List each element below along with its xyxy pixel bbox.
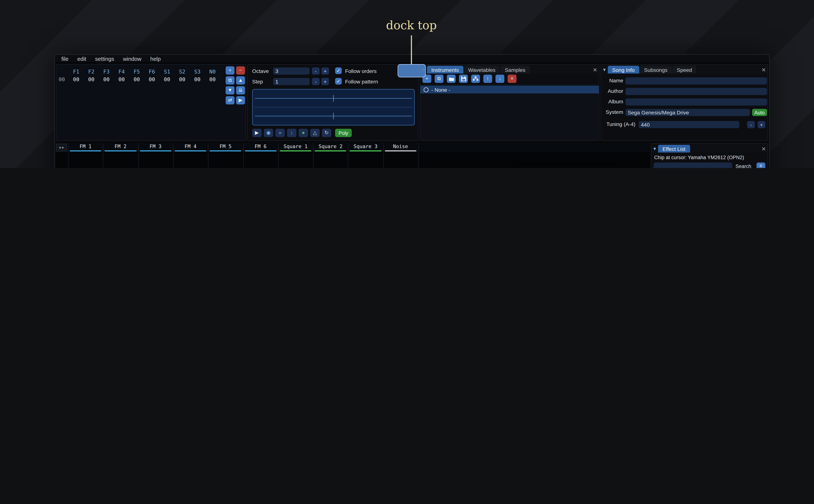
play-pattern-button[interactable]: ◉ <box>264 129 273 137</box>
close-icon[interactable]: ✕ <box>760 66 768 74</box>
channel-divider <box>68 143 69 168</box>
move-instrument-down-button[interactable]: ↓ <box>496 75 504 83</box>
tab-list-arrow-icon[interactable]: ▼ <box>651 145 658 153</box>
order-cell[interactable]: 00 <box>118 76 134 82</box>
menu-file[interactable]: file <box>61 56 68 62</box>
delete-instrument-button[interactable]: × <box>508 75 517 83</box>
tab-song-info[interactable]: Song Info <box>608 66 639 74</box>
order-edit-mode-button[interactable]: ▶ <box>236 96 245 104</box>
order-cell[interactable]: 00 <box>209 76 224 82</box>
system-input[interactable]: Sega Genesis/Mega Drive <box>626 109 750 116</box>
channel-divider <box>103 143 104 168</box>
menu-settings[interactable]: settings <box>95 56 114 62</box>
play-once-button[interactable]: » <box>275 129 285 137</box>
order-cell[interactable]: 00 <box>194 76 209 82</box>
open-instrument-button[interactable] <box>447 75 456 83</box>
channel-divider <box>418 143 419 168</box>
hamburger-menu-icon[interactable]: ≡ <box>757 162 765 168</box>
orders-col-F4[interactable]: F4 <box>118 69 134 75</box>
name-input[interactable] <box>626 77 767 85</box>
search-label: Search <box>736 162 751 168</box>
system-auto-button[interactable]: Auto <box>752 109 767 116</box>
channel-divider <box>243 143 244 168</box>
order-cell[interactable]: 00 <box>73 76 88 82</box>
menu-help[interactable]: help <box>150 56 161 62</box>
order-change-mode-button[interactable]: ⇄ <box>226 96 234 104</box>
order-cell[interactable]: 00 <box>149 76 164 82</box>
move-order-up-button[interactable]: ▲ <box>236 76 245 85</box>
tuning-decrease-button[interactable]: - <box>747 121 755 128</box>
author-input[interactable] <box>626 88 767 95</box>
follow-pattern-checkbox[interactable]: ✓ <box>335 78 342 85</box>
duplicate-order-end-button[interactable]: ⇊ <box>236 86 245 95</box>
move-instrument-up-button[interactable]: ↑ <box>483 75 492 83</box>
order-cell[interactable]: 00 <box>134 76 149 82</box>
step-increase-button[interactable]: + <box>321 78 329 85</box>
instrument-item-label: - None - <box>431 87 450 93</box>
step-row-button[interactable]: ↓ <box>287 129 296 137</box>
close-icon[interactable]: ✕ <box>591 66 599 74</box>
order-cell[interactable]: 00 <box>179 76 194 82</box>
close-icon[interactable]: ✕ <box>760 145 768 153</box>
orders-col-S3[interactable]: S3 <box>194 69 209 75</box>
tuning-increase-button[interactable]: + <box>758 121 765 128</box>
tab-instruments[interactable]: Instruments <box>427 66 463 74</box>
order-cell[interactable]: 00 <box>164 76 179 82</box>
orders-row[interactable]: 0000000000000000000000 <box>59 76 224 82</box>
instruments-list: - None - <box>420 85 599 140</box>
order-cell[interactable]: 00 <box>103 76 118 82</box>
effect-search-input[interactable] <box>654 162 732 168</box>
dock-target-top[interactable] <box>397 64 426 77</box>
pattern-rows[interactable]: 0... .. .. ...... .. .. ...... .. .. ...… <box>56 143 650 168</box>
add-order-button[interactable]: + <box>226 66 234 75</box>
orders-col-F5[interactable]: F5 <box>134 69 149 75</box>
octave-decrease-button[interactable]: - <box>312 67 319 75</box>
instrument-list-item[interactable]: - None - <box>420 86 599 93</box>
instrument-folders-button[interactable] <box>471 75 480 83</box>
orders-col-F3[interactable]: F3 <box>103 69 118 75</box>
octave-input[interactable]: 3 <box>273 67 310 75</box>
orders-col-F6[interactable]: F6 <box>149 69 164 75</box>
tab-subsongs[interactable]: Subsongs <box>640 66 672 74</box>
menu-window[interactable]: window <box>123 56 141 62</box>
orders-col-F2[interactable]: F2 <box>88 69 103 75</box>
save-instrument-button[interactable] <box>459 75 468 83</box>
duplicate-order-button[interactable]: ⧉ <box>226 76 234 85</box>
annotation-dock-top: dock top <box>378 19 445 32</box>
tuning-input[interactable]: 440 <box>639 121 739 128</box>
move-order-down-button[interactable]: ▼ <box>226 86 234 95</box>
follow-orders-checkbox[interactable]: ✓ <box>335 67 342 74</box>
tab-samples[interactable]: Samples <box>501 66 530 74</box>
orders-col-S1[interactable]: S1 <box>164 69 179 75</box>
tab-effect-list[interactable]: Effect List <box>658 145 690 153</box>
octave-increase-button[interactable]: + <box>321 67 329 75</box>
poly-toggle-button[interactable]: Poly <box>335 129 352 137</box>
order-cell[interactable]: 00 <box>88 76 103 82</box>
remove-order-button[interactable]: − <box>236 66 245 75</box>
orders-corner <box>59 69 73 75</box>
channel-divider <box>383 143 383 168</box>
tab-list-arrow-icon[interactable]: ▼ <box>601 66 608 74</box>
repeat-pattern-button[interactable]: ↻ <box>322 129 331 137</box>
tab-speed[interactable]: Speed <box>672 66 696 74</box>
play-button[interactable]: ▶ <box>252 129 261 137</box>
edit-record-button[interactable]: ● <box>298 129 308 137</box>
step-input[interactable]: 1 <box>273 78 310 85</box>
album-input[interactable] <box>626 98 767 106</box>
orders-col-S2[interactable]: S2 <box>179 69 194 75</box>
step-decrease-button[interactable]: - <box>312 78 319 85</box>
sitemap-icon <box>473 76 478 81</box>
transport-bar: ▶◉»↓●△↻ <box>252 129 331 138</box>
floppy-icon <box>461 76 466 81</box>
author-label: Author <box>601 87 623 95</box>
duplicate-instrument-button[interactable]: ⧉ <box>435 75 444 83</box>
instruments-tabbar: ▼ InstrumentsWavetablesSamples✕ <box>420 65 599 74</box>
folder-open-icon <box>449 77 454 81</box>
menu-edit[interactable]: edit <box>77 56 86 62</box>
orders-col-F1[interactable]: F1 <box>73 69 88 75</box>
metronome-button[interactable]: △ <box>310 129 319 137</box>
orders-col-N0[interactable]: N0 <box>209 69 224 75</box>
pattern-editor[interactable]: ++ FM 1FM 2FM 3FM 4FM 5FM 6Square 1Squar… <box>56 143 650 168</box>
channel-divider <box>278 143 278 168</box>
tab-wavetables[interactable]: Wavetables <box>464 66 500 74</box>
